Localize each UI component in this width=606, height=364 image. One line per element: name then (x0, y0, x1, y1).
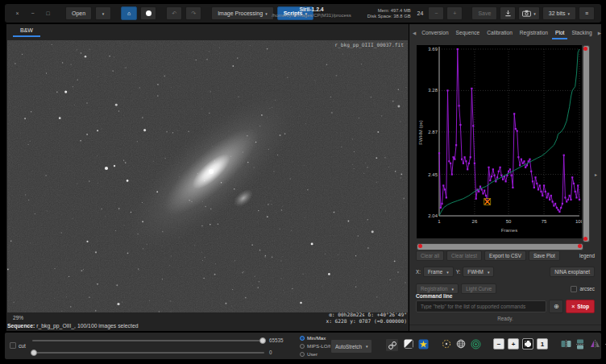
radio-user[interactable]: User (300, 351, 318, 357)
tab-registration[interactable]: Registration (517, 27, 551, 39)
low-slider-knob[interactable] (31, 350, 37, 356)
record-button[interactable] (140, 6, 156, 20)
arcsec-label: arcsec (579, 286, 595, 292)
y-range-lower-handle[interactable] (583, 237, 587, 241)
command-popup-icon: ⊕ (554, 303, 559, 310)
threads-decrease-button[interactable]: − (428, 6, 444, 20)
astrometry-button[interactable] (455, 338, 467, 350)
hamburger-menu[interactable]: ≡ (579, 6, 595, 20)
zoom-one-button[interactable]: 1 (537, 338, 548, 350)
stop-x-icon: × (571, 304, 575, 309)
record-icon (146, 10, 152, 16)
menu-icon: ≡ (585, 8, 588, 19)
snapshot-menu[interactable]: ▾ (518, 6, 540, 20)
background-samples-icon (442, 339, 451, 349)
image-viewport[interactable]: r_bkg_pp_OIII_00037.fit (7, 40, 408, 312)
save-as-button[interactable] (500, 6, 516, 20)
cut-checkbox[interactable] (10, 342, 16, 349)
photometry-button[interactable] (470, 338, 481, 350)
window-title: Siril-1.2.4 /home/cyril/Images/CP(M31)/p… (237, 6, 386, 19)
svg-text:50: 50 (506, 219, 512, 224)
y-range-upper-handle[interactable] (583, 47, 587, 51)
clear-all-button[interactable]: Clear all (416, 250, 444, 261)
svg-text:3.69: 3.69 (428, 47, 438, 52)
star-detection-button[interactable] (417, 338, 429, 350)
export-csv-button[interactable]: Export to CSV (484, 250, 526, 261)
tab-stacking[interactable]: Stacking (568, 27, 595, 39)
panel-collapse-icon[interactable]: ▸ (595, 172, 597, 177)
y-axis-dropdown[interactable]: FWHM▾ (463, 267, 494, 277)
zoom-100-icon: 1 (541, 341, 544, 348)
radio-minmax[interactable]: Min/Max (300, 335, 326, 341)
mirror-x-button[interactable] (560, 338, 571, 350)
x-axis-dropdown[interactable]: Frame▾ (423, 267, 454, 277)
chevron-down-icon: ▾ (533, 8, 536, 19)
tab-plot[interactable]: Plot (552, 27, 567, 39)
tab-calibration[interactable]: Calibration (484, 27, 516, 39)
low-level-slider[interactable] (32, 352, 264, 354)
x-range-right-handle[interactable] (578, 244, 582, 248)
svg-text:Frames: Frames (501, 228, 517, 233)
save-as-icon (504, 10, 512, 17)
redo-button[interactable]: ↷ (185, 6, 201, 20)
plot-axes-row: X: Frame▾ Y: FWHM▾ NINA exoplanet (416, 267, 595, 277)
sequence-status: Sequence: r_bkg_pp_OIII_, 100/100 images… (7, 323, 138, 329)
zoom-fit-icon (525, 341, 532, 348)
window-minimize-icon[interactable]: − (27, 10, 39, 16)
svg-text:2.45: 2.45 (428, 172, 438, 177)
svg-text:75: 75 (542, 219, 547, 224)
svg-text:100: 100 (575, 219, 582, 224)
nina-exoplanet-button[interactable]: NINA exoplanet (550, 267, 595, 277)
zoom-out-icon: − (497, 341, 501, 348)
tabs-scroll-left-icon[interactable]: ◀ (411, 31, 417, 35)
plot-x-range-slider[interactable] (417, 243, 583, 250)
high-level-slider[interactable] (32, 340, 264, 341)
thread-count: 24 (415, 10, 426, 16)
stop-button[interactable]: × Stop (566, 300, 595, 313)
zoom-in-button[interactable]: + (508, 338, 519, 350)
radio-mips[interactable]: MIPS-LO/HI (300, 343, 334, 349)
svg-text:FWHM (px): FWHM (px) (418, 120, 423, 145)
mirror-y-button[interactable] (575, 338, 586, 350)
light-curve-button[interactable]: Light Curve (461, 283, 496, 294)
chain-icon (388, 341, 396, 350)
high-slider-knob[interactable] (259, 337, 266, 344)
threads-increase-button[interactable]: + (446, 6, 463, 20)
display-bar: cut 65535 0 Min/Max MIPS-LO/HI User Auto… (5, 333, 601, 359)
arcsec-checkbox[interactable] (571, 286, 577, 292)
autostretch-dropdown[interactable]: AutoStretch▾ (330, 339, 372, 354)
negative-view-button[interactable] (403, 338, 414, 350)
radio-icon (300, 344, 305, 349)
plot-y-range-slider[interactable] (583, 45, 590, 242)
bit-depth-dropdown[interactable]: 32 bits▾ (542, 6, 576, 20)
high-level-value: 65535 (269, 337, 284, 343)
open-button[interactable]: Open (65, 6, 92, 20)
image-panel: B&W r_bkg_pp_OIII_00037.fit (6, 24, 409, 331)
zoom-fit-button[interactable] (522, 338, 533, 350)
undo-button[interactable]: ↶ (166, 6, 182, 20)
flip-horizontal-icon (590, 339, 600, 349)
clear-latest-button[interactable]: Clear latest (446, 250, 482, 261)
zoom-out-button[interactable]: − (493, 338, 504, 350)
tabs-scroll-right-icon[interactable]: ▶ (596, 31, 603, 35)
m31-galaxy-image (7, 40, 408, 312)
redo-icon: ↷ (191, 8, 196, 19)
background-samples-button[interactable] (441, 338, 452, 350)
low-level-value: 0 (269, 350, 272, 355)
command-line-title: Command line (416, 293, 452, 299)
command-help-button[interactable]: ⊕ (549, 300, 563, 313)
x-range-left-handle[interactable] (418, 244, 422, 248)
channel-tab-bw[interactable]: B&W (13, 25, 40, 37)
home-button[interactable]: ⌂ (121, 6, 137, 20)
window-close-icon[interactable]: × (11, 10, 23, 16)
save-button[interactable]: Save (471, 6, 497, 20)
window-maximize-icon[interactable]: □ (42, 10, 54, 16)
open-recent-dropdown[interactable]: ▾ (95, 6, 111, 20)
tab-sequence[interactable]: Sequence (453, 27, 484, 39)
link-channels-button[interactable] (385, 338, 399, 352)
flip-horizontal-button[interactable] (589, 338, 600, 350)
fwhm-plot[interactable]: 2.042.452.873.283.691265075100FramesFWHM… (417, 45, 582, 238)
command-input[interactable] (416, 300, 546, 312)
tab-conversion[interactable]: Conversion (418, 27, 451, 39)
save-plot-button[interactable]: Save Plot (529, 250, 560, 261)
